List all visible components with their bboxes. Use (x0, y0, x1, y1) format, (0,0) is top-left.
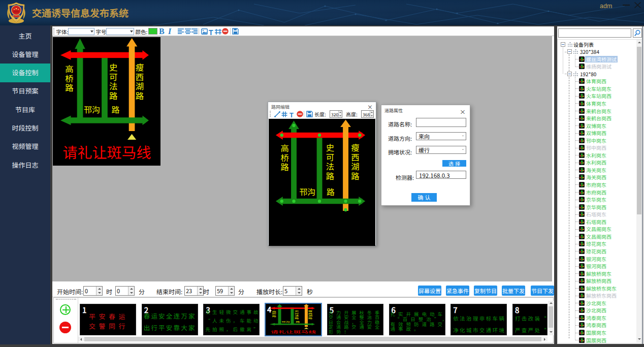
svg-text:路: 路 (351, 170, 359, 182)
svg-text:邗沟: 邗沟 (299, 186, 315, 198)
svg-text:请礼让斑马线: 请礼让斑马线 (271, 329, 316, 334)
svg-text:路: 路 (326, 170, 334, 182)
svg-text:路: 路 (327, 186, 335, 198)
svg-text:路: 路 (295, 317, 299, 320)
svg-text:路: 路 (281, 161, 289, 173)
svg-text:路: 路 (109, 89, 118, 102)
svg-text:路: 路 (308, 317, 313, 320)
svg-text:路: 路 (136, 89, 144, 102)
svg-text:路: 路 (272, 314, 277, 318)
svg-text:请礼让斑马线: 请礼让斑马线 (62, 141, 151, 162)
svg-text:邗沟: 邗沟 (281, 320, 289, 323)
svg-text:路: 路 (65, 81, 74, 93)
svg-text:路: 路 (296, 320, 300, 323)
svg-text:路: 路 (111, 103, 119, 115)
svg-text:邗沟: 邗沟 (84, 103, 100, 115)
